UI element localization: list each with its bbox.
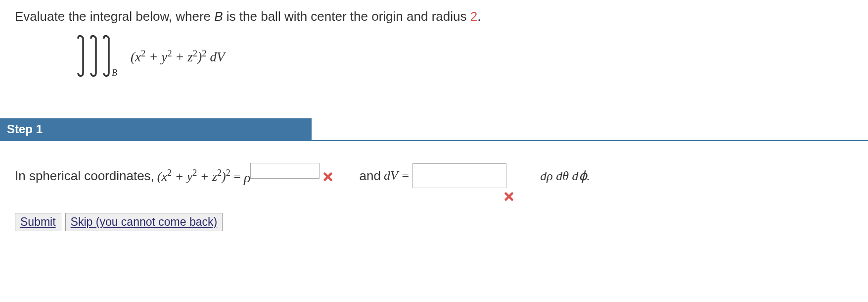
problem-prompt: Evaluate the integral below, where B is … [15, 9, 853, 24]
integrand: (x2 + y2 + z2)2 dV [131, 48, 225, 65]
submit-button[interactable]: Submit [15, 213, 61, 231]
prompt-B: B [214, 9, 223, 24]
prompt-period: . [477, 9, 481, 24]
rho-exponent-input[interactable] [250, 163, 320, 179]
prompt-text-1: Evaluate the integral below, where [15, 9, 214, 24]
step1-and: and [359, 168, 380, 184]
skip-button[interactable]: Skip (you cannot come back) [65, 213, 223, 231]
step-label: Step 1 [0, 118, 312, 141]
step1-differentials: dρ dθ dϕ. [540, 168, 590, 184]
wrong-icon [322, 170, 333, 181]
prompt-radius: 2 [470, 9, 477, 24]
step1-dV-eq: dV = [384, 168, 410, 183]
wrong-icon [503, 190, 514, 201]
triple-integral-icon: B [74, 34, 129, 79]
step1-intro: In spherical coordinates, [15, 168, 154, 184]
step1-row: In spherical coordinates, (x2 + y2 + z2)… [15, 163, 853, 188]
step1-lhs-expr: (x2 + y2 + z2)2 = [157, 168, 241, 184]
rho-symbol: ρ [244, 170, 250, 186]
button-row: Submit Skip (you cannot come back) [15, 213, 853, 231]
step-header-divider [312, 118, 868, 141]
dV-input[interactable] [412, 163, 506, 188]
integral-expression: B (x2 + y2 + z2)2 dV [74, 34, 853, 79]
svg-text:B: B [112, 68, 117, 78]
prompt-text-2: is the ball with center the origin and r… [223, 9, 470, 24]
step-header: Step 1 [0, 118, 868, 141]
